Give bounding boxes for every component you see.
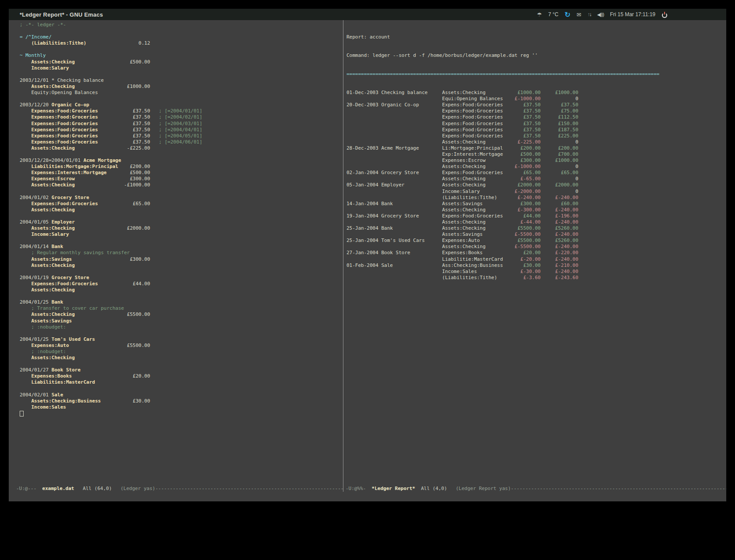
register-amount: £37.50 <box>506 121 540 127</box>
register-row[interactable]: Equi:Opening Balances£-1000.000 <box>346 96 726 102</box>
buffer-line: Income:Salary <box>20 65 343 71</box>
modeline-modes: (Ledger yas) <box>120 486 155 491</box>
report-header: Report: account <box>346 34 726 40</box>
buffer-line: Assets:Checking <box>20 355 343 361</box>
buffer-line <box>20 71 343 77</box>
register-row[interactable]: Expens:Food:Groceries£37.50£225.00 <box>346 133 726 139</box>
register-row[interactable]: 25-Jan-2004 BankAssets:Checking£5500.00£… <box>346 225 726 231</box>
register-row[interactable]: 01-Dec-2003 Checking balanceAssets:Check… <box>346 90 726 96</box>
refresh-icon[interactable]: ↻ <box>564 10 570 19</box>
register-running-total: £-210.00 <box>541 262 578 269</box>
register-row[interactable]: Expens:Food:Groceries£37.50£187.50 <box>346 127 726 133</box>
buffer-line: (Liabilities:Tithe) 0.12 <box>20 40 343 46</box>
register-date-payee <box>346 114 442 120</box>
buffer-line <box>20 189 343 195</box>
register-row[interactable]: Assets:Checking£-225.000 <box>346 139 726 145</box>
register-account: Assets:Savings <box>442 231 506 238</box>
register-row[interactable]: Assets:Checking£-65.000 <box>346 176 726 182</box>
register-row[interactable]: (Liabilities:Tithe)£-240.00£-240.00 <box>346 195 726 201</box>
register-row[interactable]: Assets:Checking£-44.00£-240.00 <box>346 219 726 225</box>
mail-icon[interactable]: ✉ <box>577 12 581 18</box>
register-running-total: £200.00 <box>541 145 578 151</box>
register-amount: £-1000.00 <box>506 164 540 170</box>
register-row[interactable]: 19-Jan-2004 Grocery StoreExpens:Food:Gro… <box>346 213 726 219</box>
modeline-right[interactable]: -U:@%%- *Ledger Report* All (4,0) (Ledge… <box>343 486 726 492</box>
register-row[interactable]: Expens:Food:Groceries£37.50£112.50 <box>346 114 726 120</box>
register-running-total: £-243.60 <box>541 275 578 281</box>
register-account: Assets:Checking <box>442 139 506 145</box>
register-account: Expens:Food:Groceries <box>442 133 506 139</box>
register-row[interactable]: Income:Salary£-2000.000 <box>346 189 726 195</box>
register-amount: £-2000.00 <box>506 189 540 195</box>
register-running-total: £37.50 <box>541 102 578 108</box>
register-rows: 01-Dec-2003 Checking balanceAssets:Check… <box>346 90 726 281</box>
buffer-line: Assets:Savings <box>20 318 343 324</box>
register-row[interactable]: Assets:Savings£-5500.00£-240.00 <box>346 231 726 238</box>
register-account: Assets:Checking <box>442 182 506 188</box>
register-date-payee: 27-Jan-2004 Book Store <box>346 250 442 256</box>
register-row[interactable]: Expens:Food:Groceries£37.50£150.00 <box>346 121 726 127</box>
register-date-payee <box>346 127 442 133</box>
modeline-position: All (4,0) <box>421 486 447 491</box>
register-running-total: 0 <box>541 176 578 182</box>
register-row[interactable]: 02-Jan-2004 Grocery StoreExpens:Food:Gro… <box>346 170 726 176</box>
register-date-payee: 05-Jan-2004 Employer <box>346 182 442 188</box>
emacs-text-area: ; -*- ledger -*-= /^Income/ (Liabilities… <box>9 20 726 501</box>
register-running-total: £150.00 <box>541 121 578 127</box>
register-account: Expens:Food:Groceries <box>442 127 506 133</box>
buffer-line <box>20 28 343 34</box>
buffer-line: Expenses:Escrow £300.00 <box>20 176 343 182</box>
buffer-line: Assets:Checking <box>20 207 343 213</box>
register-running-total: £75.00 <box>541 108 578 114</box>
register-account: Assets:Checking <box>442 90 506 96</box>
weather-icon[interactable]: ☂ <box>537 12 542 18</box>
buffer-line: Assets:Savings £300.00 <box>20 256 343 262</box>
network-traffic-icon[interactable]: ↑↓ <box>588 11 591 18</box>
register-row[interactable]: 14-Jan-2004 BankAssets:Savings£300.00£60… <box>346 201 726 207</box>
buffer-line: Expenses:Food:Groceries £44.00 <box>20 281 343 287</box>
register-amount: £37.50 <box>506 114 540 120</box>
register-row[interactable]: Income:Sales£-30.00£-240.00 <box>346 269 726 275</box>
register-row[interactable]: Assets:Checking£-300.00£-240.00 <box>346 207 726 213</box>
register-row[interactable]: 20-Dec-2003 Organic Co-opExpens:Food:Gro… <box>346 102 726 108</box>
report-separator: ========================================… <box>346 71 726 77</box>
register-row[interactable]: Liabilitie:MasterCard£-20.00£-240.00 <box>346 256 726 262</box>
modeline-left[interactable]: -U:@--- example.dat All (64,0) (Ledger y… <box>9 486 343 492</box>
register-amount: £37.50 <box>506 108 540 114</box>
register-amount: £-44.00 <box>506 219 540 225</box>
register-date-payee <box>346 207 442 213</box>
register-row[interactable]: Expenses:Escrow£300.00£1000.00 <box>346 158 726 164</box>
buffer-line: Expenses:Food:Groceries £37.50 ; [=2004/… <box>20 114 343 120</box>
register-row[interactable]: 27-Jan-2004 Book StoreExpenses:Books£20.… <box>346 250 726 256</box>
register-account: Expenses:Escrow <box>442 158 506 164</box>
register-running-total: £112.50 <box>541 114 578 120</box>
ledger-file-buffer[interactable]: ; -*- ledger -*-= /^Income/ (Liabilities… <box>9 20 343 486</box>
ledger-report-buffer[interactable]: Report: account Command: ledger --sort d… <box>343 20 726 486</box>
emacs-frame: *Ledger Report* - GNU Emacs ☂ 7 °C ↻ ✉ ↑… <box>9 9 726 501</box>
register-row[interactable]: Expens:Food:Groceries£37.50£75.00 <box>346 108 726 114</box>
buffer-line <box>20 386 343 392</box>
register-row[interactable]: 01-Feb-2004 SaleAss:Checking:Business£30… <box>346 262 726 269</box>
power-icon[interactable] <box>662 12 667 18</box>
register-date-payee <box>346 108 442 114</box>
register-row[interactable]: Assets:Checking£-5500.00£-240.00 <box>346 244 726 250</box>
register-row[interactable]: 05-Jan-2004 EmployerAssets:Checking£2000… <box>346 182 726 188</box>
buffer-line: Assets:Checking:Business £30.00 <box>20 398 343 404</box>
register-date-payee: 25-Jan-2004 Bank <box>346 225 442 231</box>
buffer-line: Expenses:Food:Groceries £37.50 ; [=2004/… <box>20 139 343 145</box>
window-divider[interactable] <box>343 20 343 492</box>
register-row[interactable]: Exp:Interest:Mortgage£500.00£700.00 <box>346 151 726 158</box>
register-row[interactable]: (Liabilities:Tithe)£-3.60£-243.60 <box>346 275 726 281</box>
register-account: Assets:Checking <box>442 219 506 225</box>
buffer-line: ; Regular monthly savings transfer <box>20 250 343 256</box>
register-date-payee <box>346 139 442 145</box>
buffer-line: 2004/01/25 Bank <box>20 299 343 305</box>
register-row[interactable]: 25-Jan-2004 Tom's Used CarsExpenses:Auto… <box>346 238 726 244</box>
register-running-total: £2000.00 <box>541 182 578 188</box>
register-row[interactable]: 28-Dec-2003 Acme MortgageLi:Mortgage:Pri… <box>346 145 726 151</box>
register-row[interactable]: Assets:Checking£-1000.000 <box>346 164 726 170</box>
register-running-total: 0 <box>541 189 578 195</box>
titlebar[interactable]: *Ledger Report* - GNU Emacs ☂ 7 °C ↻ ✉ ↑… <box>9 9 726 20</box>
echo-area[interactable] <box>9 492 726 501</box>
volume-icon[interactable]: ◀))) <box>597 12 604 18</box>
